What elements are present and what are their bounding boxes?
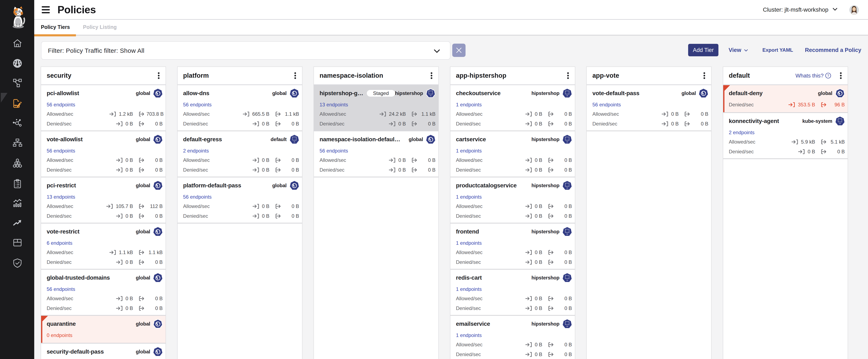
svg-text:ns: ns: [566, 233, 568, 235]
svg-text:ns: ns: [566, 141, 568, 142]
svg-text:ns: ns: [566, 95, 568, 96]
svg-text:ns: ns: [839, 123, 841, 124]
svg-text:ns: ns: [566, 326, 568, 327]
svg-text:?: ?: [827, 74, 829, 78]
svg-text:ns: ns: [293, 141, 295, 142]
svg-text:ns: ns: [566, 187, 568, 189]
svg-text:ns: ns: [430, 95, 432, 96]
svg-text:ns: ns: [566, 279, 568, 281]
